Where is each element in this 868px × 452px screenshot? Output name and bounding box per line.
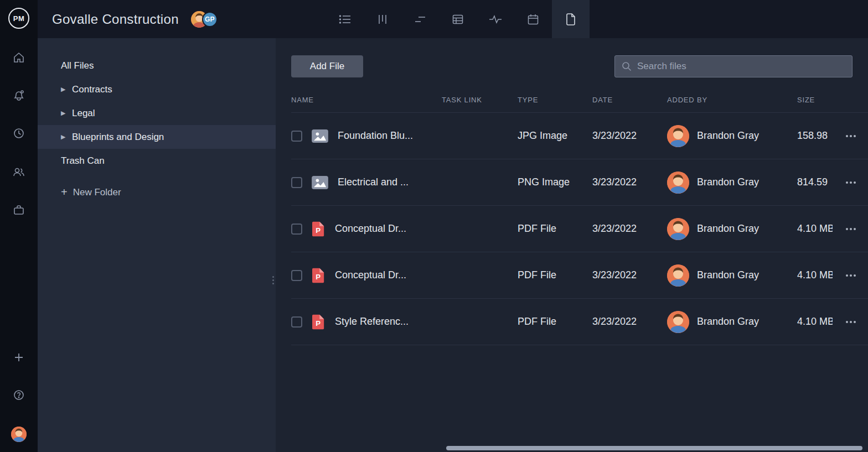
user-avatar[interactable] [11, 427, 27, 442]
added-by-name: Brandon Gray [697, 269, 759, 281]
table-header: NAME TASK LINK TYPE DATE ADDED BY SIZE [291, 87, 868, 113]
left-rail: PM [0, 0, 38, 452]
file-size: 4.10 MB [797, 223, 833, 235]
added-by-avatar [667, 264, 689, 287]
file-type: PDF File [518, 269, 592, 281]
col-added-by[interactable]: ADDED BY [667, 96, 797, 104]
file-name[interactable]: Conceptual Dr... [335, 269, 406, 281]
file-type: PDF File [518, 223, 592, 235]
sidebar-item-blueprints-and-design[interactable]: ▶ Blueprints and Design [38, 125, 276, 149]
file-type: JPG Image [518, 130, 592, 142]
files-sidebar: All Files ▶ Contracts ▶ Legal ▶ Blueprin… [38, 38, 276, 452]
row-checkbox[interactable] [291, 131, 302, 142]
caret-right-icon[interactable]: ▶ [61, 86, 72, 93]
horizontal-scrollbar[interactable] [276, 444, 868, 452]
folder-label: Legal [72, 108, 95, 119]
table-row[interactable]: Foundation Blu... JPG Image 3/23/2022 Br… [291, 113, 868, 159]
col-date[interactable]: DATE [592, 96, 667, 104]
app-root: PM Govalle Construction [0, 0, 868, 452]
file-date: 3/23/2022 [592, 223, 667, 235]
sheet-view-icon[interactable] [439, 0, 477, 38]
svg-text:P: P [316, 319, 321, 328]
file-date: 3/23/2022 [592, 130, 667, 142]
added-by-name: Brandon Gray [697, 223, 759, 235]
app-logo[interactable]: PM [8, 8, 29, 29]
folder-label: Blueprints and Design [72, 132, 164, 143]
project-members: GP [191, 11, 218, 28]
image-file-icon [311, 175, 329, 190]
clock-icon[interactable] [8, 122, 30, 144]
gantt-view-icon[interactable] [401, 0, 439, 38]
row-menu-icon[interactable] [833, 135, 868, 137]
row-checkbox[interactable] [291, 316, 302, 328]
row-menu-icon[interactable] [833, 228, 868, 230]
row-checkbox[interactable] [291, 270, 302, 281]
list-view-icon[interactable] [326, 0, 364, 38]
file-name[interactable]: Style Referenc... [335, 316, 409, 328]
caret-right-icon[interactable]: ▶ [61, 133, 72, 141]
search-input[interactable] [637, 61, 845, 72]
row-checkbox[interactable] [291, 224, 302, 235]
added-by-avatar [667, 125, 689, 147]
col-name[interactable]: NAME [291, 96, 442, 104]
file-date: 3/23/2022 [592, 316, 667, 328]
file-type: PNG Image [518, 176, 592, 188]
file-size: 158.98 [797, 130, 833, 142]
sidebar-item-all-files[interactable]: All Files [38, 54, 276, 77]
added-by-name: Brandon Gray [697, 316, 759, 328]
file-type: PDF File [518, 316, 592, 328]
col-type[interactable]: TYPE [518, 96, 592, 104]
pdf-file-icon: P [311, 314, 326, 330]
added-by-name: Brandon Gray [697, 130, 759, 142]
table-row[interactable]: Electrical and ... PNG Image 3/23/2022 B… [291, 159, 868, 206]
sidebar-item-legal[interactable]: ▶ Legal [38, 101, 276, 125]
file-name[interactable]: Electrical and ... [338, 176, 409, 188]
top-bar: Govalle Construction GP [38, 0, 868, 38]
col-task-link[interactable]: TASK LINK [442, 96, 518, 104]
table-row[interactable]: P Conceptual Dr... PDF File 3/23/2022 Br… [291, 206, 868, 252]
image-file-icon [311, 129, 329, 143]
activity-view-icon[interactable] [477, 0, 514, 38]
new-folder-label: New Folder [73, 187, 121, 198]
briefcase-icon[interactable] [8, 199, 30, 221]
caret-right-icon[interactable]: ▶ [61, 110, 72, 117]
app-logo-text: PM [13, 14, 25, 23]
files-toolbar: Add File [291, 55, 868, 77]
table-row[interactable]: P Conceptual Dr... PDF File 3/23/2022 Br… [291, 252, 868, 299]
file-size: 4.10 MB [797, 316, 833, 328]
file-name[interactable]: Conceptual Dr... [335, 223, 406, 235]
file-name[interactable]: Foundation Blu... [338, 130, 413, 142]
file-size: 4.10 MB [797, 269, 833, 281]
new-folder-button[interactable]: + New Folder [38, 180, 276, 204]
view-tabs [326, 0, 590, 38]
row-menu-icon[interactable] [833, 181, 868, 184]
notifications-bell-icon[interactable] [8, 84, 30, 106]
file-size: 814.59 [797, 176, 833, 188]
files-view-icon[interactable] [552, 0, 590, 38]
home-icon[interactable] [8, 46, 30, 69]
board-view-icon[interactable] [364, 0, 401, 38]
member-avatar-gp[interactable]: GP [202, 12, 218, 27]
pdf-file-icon: P [311, 221, 326, 237]
sidebar-item-contracts[interactable]: ▶ Contracts [38, 77, 276, 101]
folder-label: Trash Can [61, 155, 105, 167]
sidebar-item-trash-can[interactable]: Trash Can [38, 149, 276, 173]
added-by-avatar [667, 311, 689, 333]
team-icon[interactable] [8, 161, 30, 183]
add-plus-icon[interactable] [8, 346, 30, 368]
col-size[interactable]: SIZE [797, 96, 833, 104]
added-by-name: Brandon Gray [697, 176, 759, 188]
sidebar-resize-handle[interactable] [272, 276, 274, 284]
row-menu-icon[interactable] [833, 274, 868, 277]
scrollbar-thumb[interactable] [446, 446, 862, 450]
svg-text:P: P [316, 226, 321, 235]
table-row[interactable]: P Style Referenc... PDF File 3/23/2022 B… [291, 299, 868, 345]
file-date: 3/23/2022 [592, 176, 667, 188]
row-checkbox[interactable] [291, 177, 302, 188]
search-box[interactable] [614, 55, 852, 77]
calendar-view-icon[interactable] [514, 0, 552, 38]
row-menu-icon[interactable] [833, 321, 868, 323]
files-panel: Add File NAME TASK LINK TYPE DATE ADDED … [276, 38, 868, 452]
add-file-button[interactable]: Add File [291, 55, 363, 77]
help-icon[interactable] [8, 384, 30, 406]
